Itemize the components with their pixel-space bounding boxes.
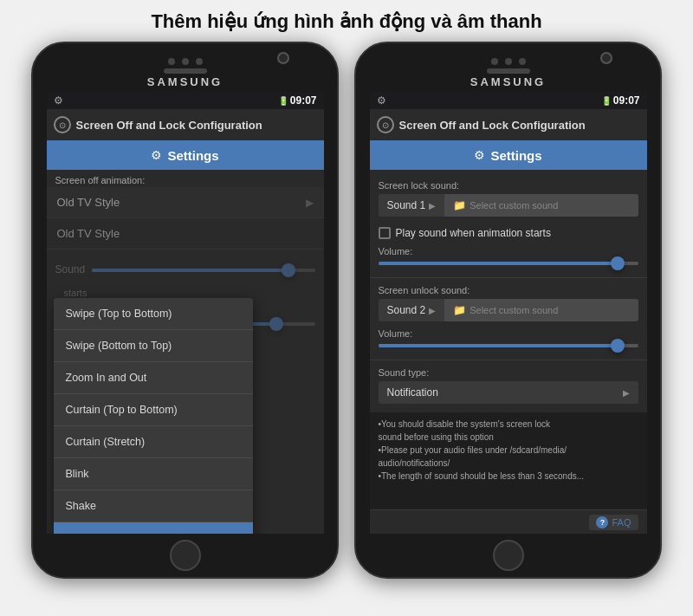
custom-sound2-label: Select custom sound <box>470 305 558 315</box>
dot1 <box>168 58 175 65</box>
left-home-button[interactable] <box>170 540 201 571</box>
unlock-sound-row: Sound 2 ▶ 📁 Select custom sound <box>379 299 638 321</box>
sound1-label: Sound 1 <box>387 199 426 211</box>
overlay-curtain-top[interactable]: Curtain (Top to Bottom) <box>54 394 253 426</box>
sound1-arrow-icon: ▶ <box>429 201 436 211</box>
volume2-thumb[interactable] <box>611 339 625 353</box>
overlay-curtain-stretch[interactable]: Curtain (Stretch) <box>54 426 253 458</box>
dot3 <box>196 58 203 65</box>
right-phone-bottom <box>356 534 660 577</box>
right-settings-label: Settings <box>490 148 541 163</box>
sound1-button[interactable]: Sound 1 ▶ <box>379 194 445 217</box>
right-phone-top: SAMSUNG <box>356 43 660 92</box>
right-settings-bar: ⚙ Settings <box>370 140 647 170</box>
info-text-3: •Please put your audio files under /sdca… <box>379 444 638 457</box>
left-phone-top: SAMSUNG <box>33 43 337 92</box>
right-app-title: Screen Off and Lock Configuration <box>399 119 586 132</box>
volume1-track[interactable] <box>379 262 638 265</box>
custom-sound2-button[interactable]: 📁 Select custom sound <box>444 299 638 321</box>
sound2-label: Sound 2 <box>387 304 426 316</box>
play-sound-label: Play sound when animation starts <box>396 227 551 239</box>
overlay-tv-static[interactable]: TV Static <box>54 522 253 534</box>
sound2-button[interactable]: Sound 2 ▶ <box>379 299 445 321</box>
info-text-5: •The length of sound should be less than… <box>379 470 638 483</box>
volume2-fill <box>379 344 618 347</box>
left-settings-icon: ⚙ <box>151 148 162 162</box>
sound-type-label: Sound type: <box>379 367 638 378</box>
left-dots <box>168 58 203 65</box>
volume1-label: Volume: <box>379 246 638 256</box>
right-battery-icon: 🔋 <box>601 96 612 106</box>
right-time: 09:07 <box>613 94 640 107</box>
faq-icon: ? <box>596 516 608 528</box>
right-home-button[interactable] <box>493 540 524 571</box>
left-section-label: Screen off animation: <box>47 170 324 187</box>
left-content: Screen off animation: Old TV Style ▶ Old… <box>47 170 324 534</box>
divider2 <box>370 360 647 360</box>
right-brand: SAMSUNG <box>470 75 546 88</box>
sound-type-value: Notification <box>387 386 438 399</box>
right-dots <box>491 58 526 65</box>
faq-button[interactable]: ? FAQ <box>589 515 638 530</box>
animation-dropdown: Swipe (Top to Bottom) Swipe (Bottom to T… <box>54 298 253 534</box>
play-sound-checkbox[interactable] <box>379 227 391 239</box>
left-settings-label: Settings <box>167 148 218 163</box>
left-app-header: ⊙ Screen Off and Lock Configuration <box>47 109 324 140</box>
volume2-row: Volume: <box>370 327 647 356</box>
menu-item-old-tv-1[interactable]: Old TV Style ▶ <box>47 187 324 218</box>
right-content: Screen lock sound: Sound 1 ▶ 📁 Select cu… <box>370 170 647 534</box>
overlay-zoom[interactable]: Zoom In and Out <box>54 362 253 394</box>
screen-unlock-sound-section: Screen unlock sound: Sound 2 ▶ 📁 Select … <box>370 282 647 327</box>
volume1-fill <box>379 262 618 265</box>
info-text-4: audio/notifications/ <box>379 457 638 470</box>
left-camera <box>277 52 289 64</box>
left-time: 09:07 <box>290 94 317 107</box>
right-camera <box>600 52 612 64</box>
page-title: Thêm hiệu ứng hình ảnh động và âm thanh <box>0 0 693 42</box>
right-app-header: ⊙ Screen Off and Lock Configuration <box>370 109 647 140</box>
sound-type-arrow-icon: ▶ <box>623 388 630 398</box>
right-speaker <box>487 68 530 74</box>
sound-type-button[interactable]: Notification ▶ <box>379 381 638 404</box>
faq-label: FAQ <box>612 517 631 528</box>
overlay-blink[interactable]: Blink <box>54 458 253 490</box>
left-app-icon: ⊙ <box>54 116 71 133</box>
right-screen: ⚙ 🔋 09:07 ⊙ Screen Off and Lock Configur… <box>370 92 647 534</box>
left-status-bar: ⚙ 🔋 09:07 <box>47 92 324 109</box>
overlay-swipe-top[interactable]: Swipe (Top to Bottom) <box>54 298 253 330</box>
rdot3 <box>519 58 526 65</box>
volume1-row: Volume: <box>370 244 647 274</box>
screen-lock-sound-section: Screen lock sound: Sound 1 ▶ 📁 Select cu… <box>370 177 647 222</box>
left-sound-partial: Sound <box>55 263 86 276</box>
left-app-title: Screen Off and Lock Configuration <box>76 119 262 132</box>
faq-bar: ? FAQ <box>370 509 647 534</box>
volume2-track[interactable] <box>379 344 638 347</box>
left-speaker <box>164 68 207 74</box>
left-brand: SAMSUNG <box>147 75 223 88</box>
menu-item-old-tv-2[interactable]: Old TV Style <box>47 218 324 250</box>
right-status-bar: ⚙ 🔋 09:07 <box>370 92 647 109</box>
screen-lock-label: Screen lock sound: <box>379 180 638 191</box>
sound2-arrow-icon: ▶ <box>429 306 436 315</box>
overlay-swipe-bottom[interactable]: Swipe (Bottom to Top) <box>54 330 253 362</box>
custom-sound1-label: Select custom sound <box>470 200 558 211</box>
right-app-icon: ⊙ <box>377 116 394 133</box>
lock-sound-row: Sound 1 ▶ 📁 Select custom sound <box>379 194 638 217</box>
left-phone: SAMSUNG ⚙ 🔋 09:07 ⊙ Screen Off and Lock … <box>31 42 339 579</box>
folder-icon-1: 📁 <box>453 199 466 211</box>
dot2 <box>182 58 189 65</box>
screen-unlock-label: Screen unlock sound: <box>379 285 638 295</box>
sound-type-section: Sound type: Notification ▶ <box>370 364 647 409</box>
info-text-1: •You should disable the system's screen … <box>379 418 638 431</box>
volume1-thumb[interactable] <box>611 256 625 270</box>
info-text-2: sound before using this option <box>379 431 638 444</box>
right-phone: SAMSUNG ⚙ 🔋 09:07 ⊙ Screen Off and Lock … <box>354 42 662 579</box>
folder-icon-2: 📁 <box>453 304 466 316</box>
arrow-icon-1: ▶ <box>306 197 314 209</box>
divider1 <box>370 277 647 278</box>
left-phone-bottom <box>33 534 337 577</box>
right-settings-icon: ⚙ <box>474 148 485 162</box>
custom-sound1-button[interactable]: 📁 Select custom sound <box>444 194 638 217</box>
overlay-shake[interactable]: Shake <box>54 490 253 522</box>
battery-icon: 🔋 <box>278 96 288 106</box>
